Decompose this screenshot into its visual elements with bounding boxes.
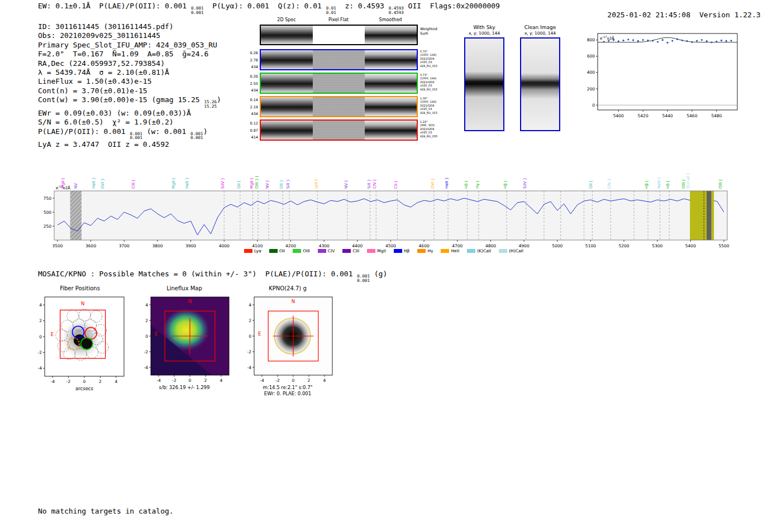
svg-text:-2: -2 [66, 379, 71, 384]
svg-text:Hβ (: Hβ ( [645, 180, 649, 189]
svg-text:OIII } (: OIII } ( [255, 175, 259, 189]
header-text: OII Flags:0x20000009 [404, 2, 500, 10]
svg-text:OIII (: OIII ( [718, 179, 723, 189]
svg-text:4: 4 [249, 303, 251, 308]
legend-item: CIII [342, 248, 359, 253]
legend-item: CIV [318, 248, 335, 253]
mosaic-fraction: 0.0010.001 [357, 274, 370, 283]
info-line-7-text: LineFlux = 1.50(±0.43)e-15 [38, 77, 152, 85]
svg-text:0: 0 [592, 103, 595, 108]
cutout-smoothed-image [365, 50, 417, 69]
cutout-row-left-labels: 0.202.55434 [244, 73, 258, 94]
legend-swatch [318, 249, 326, 253]
svg-text:4800: 4800 [485, 243, 496, 248]
svg-text:CIV }: CIV } [607, 179, 612, 189]
svg-text:Hδ (: Hδ ( [464, 180, 469, 189]
info-line-4-text: F=2.0" T=0.167 N̄=1.09 A=0.85 ḡ=24.6 [38, 50, 208, 58]
legend-label: Hγ [427, 248, 433, 253]
svg-text:5300: 5300 [652, 243, 662, 248]
spectrum-legend: LyαOIIOIIICIVCIIIMgIIHβHγHeII(K)CaII(H)C… [35, 248, 733, 253]
header-fraction: 0.0010.001 [191, 6, 204, 15]
svg-text:4300: 4300 [319, 243, 330, 248]
svg-text:5200: 5200 [619, 243, 630, 248]
svg-text:(K)CaII (: (K)CaII ( [686, 172, 690, 189]
svg-text:-2: -2 [275, 378, 280, 383]
svg-text:Hδ (: Hδ ( [666, 180, 670, 189]
info-line-2: Obs: 20210209v025_3011611445 [38, 31, 221, 40]
svg-text:Hβ (: Hβ ( [503, 180, 508, 189]
legend-swatch [342, 249, 351, 253]
svg-text:600: 600 [587, 54, 595, 59]
cutout-left-value: 2.55 [244, 80, 258, 88]
legend-swatch [367, 249, 375, 253]
info-line-10-text: EWr = 0.09(±0.03) (w: 0.09(±0.03))Å [38, 109, 191, 117]
svg-text:5460: 5460 [686, 113, 697, 118]
weighted-label-line2: Sum [420, 32, 447, 36]
cutout-row [260, 73, 418, 94]
svg-text:4: 4 [145, 303, 148, 308]
info-line-9-text: Cont(w) = 3.90(±0.00)e-15 (gmag 15.25 [38, 95, 204, 104]
cleanimage-image-panel [520, 37, 560, 131]
withsky-image-panel [464, 37, 504, 131]
svg-text:Lyα (: Lyα ( [314, 179, 318, 189]
info-line-4: F=2.0" T=0.167 N̄=1.09 A=0.85 ḡ=24.6 [38, 50, 221, 59]
svg-text:3500: 3500 [52, 243, 63, 248]
svg-text:4900: 4900 [519, 243, 530, 248]
svg-text:5420: 5420 [638, 113, 649, 118]
legend-swatch [441, 249, 449, 253]
cutout-left-value: 0.26 [244, 50, 258, 57]
column-header-2dspec: 2D Spec [261, 17, 312, 22]
svg-text:HeII }: HeII } [185, 178, 189, 189]
fiber-positions-plot: NE-4-4-2-2002244arcsecs [29, 293, 130, 395]
svg-text:SiIV }: SiIV } [523, 178, 527, 189]
svg-text:E: E [155, 331, 158, 337]
info-line-6: λ = 5439.74Å σ = 2.10(±0.81)Å [38, 68, 221, 77]
svg-text:-4: -4 [38, 366, 42, 371]
svg-text:250: 250 [44, 224, 52, 229]
legend-label: OII [279, 248, 285, 253]
zoom-spectrum-plot: 540054205440546054800200400600800e-17x2Å [575, 27, 743, 127]
weighted-sum-row [260, 25, 418, 45]
withsky-image [465, 39, 503, 130]
svg-text:4: 4 [39, 303, 42, 308]
svg-text:-2: -2 [38, 350, 42, 355]
svg-text:E: E [51, 332, 54, 337]
column-header-pixelflat: Pixel Flat [313, 17, 364, 22]
svg-text:OVI }: OVI } [431, 178, 435, 189]
svg-text:-2: -2 [144, 349, 149, 354]
svg-text:5440: 5440 [662, 113, 673, 118]
cutout-left-value: 2.78 [244, 57, 258, 64]
svg-text:0: 0 [249, 334, 251, 339]
svg-text:0: 0 [39, 334, 42, 339]
svg-text:SiII }: SiII } [367, 179, 371, 189]
svg-text:4500: 4500 [385, 243, 396, 248]
svg-text:OII }: OII } [279, 180, 284, 189]
weighted-blank-cell [313, 26, 365, 44]
svg-text:2: 2 [249, 318, 251, 323]
info-line-1: ID: 3011611445 (3011611445.pdf) [38, 22, 221, 31]
info-line-12: P(LAE)/P(OII): 0.001 0.0010.001 (w: 0.00… [38, 127, 221, 141]
cutout-2dspec-image [261, 74, 313, 93]
svg-text:5000: 5000 [552, 243, 562, 248]
cleanimage-subtitle: x, y: 1000, 144 [519, 31, 561, 36]
svg-text:2: 2 [308, 378, 311, 383]
cutout-left-value: 434 [244, 87, 258, 94]
kpno-title: KPNO(24.7) g [246, 285, 330, 291]
weighted-smoothed-image [365, 26, 417, 44]
kpno-image-chart: NE-4-4-2-2002244 [240, 293, 336, 383]
info-line-8-text: Cont(n) = 3.70(±0.01)e-15 [38, 87, 147, 95]
full-spectrum-chart: 3500360037003800390040004100420043004400… [35, 146, 733, 253]
svg-text:4: 4 [220, 378, 223, 383]
cleanimage-image [521, 39, 559, 130]
svg-text:N: N [81, 301, 84, 306]
cutout-meta-line: 424_RU_035 [420, 135, 449, 138]
cutout-smoothed-image [365, 97, 417, 116]
info-line-10: EWr = 0.09(±0.03) (w: 0.09(±0.03))Å [38, 109, 221, 118]
lineflux-map-plot: NE-4-4-2-2002244 [136, 293, 232, 385]
mosaic-kpno-line: MOSAIC/KPNO : Possible Matches = 0 (with… [38, 270, 387, 283]
legend-item: OII [269, 248, 285, 253]
info-line-9: Cont(w) = 3.90(±0.00)e-15 (gmag 15.25 15… [38, 95, 221, 109]
svg-text:SiII }: SiII } [286, 179, 290, 189]
cutout-left-value: 0.14 [244, 97, 258, 104]
svg-text:4600: 4600 [419, 243, 430, 248]
